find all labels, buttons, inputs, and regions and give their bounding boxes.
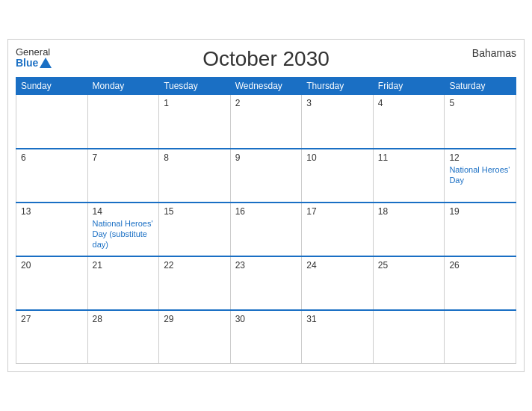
day-number: 13 [21, 206, 83, 217]
calendar-cell: 28 [87, 310, 159, 364]
calendar-cell: 17 [302, 203, 374, 256]
calendar-cell: 25 [373, 256, 445, 310]
logo: General Blue [16, 47, 52, 69]
calendar-week-row: 6789101112National Heroes' Day [16, 149, 516, 203]
calendar-cell: 26 [445, 256, 516, 310]
day-number: 22 [164, 260, 226, 271]
day-number: 31 [306, 314, 368, 324]
day-number: 3 [306, 98, 368, 108]
day-number: 17 [306, 206, 368, 217]
calendar-cell: 20 [16, 256, 88, 310]
calendar-cell: 27 [16, 310, 88, 364]
header-sunday: Sunday [16, 78, 88, 95]
day-number: 12 [449, 152, 511, 163]
calendar-cell: 8 [159, 149, 231, 203]
calendar-header: General Blue October 2030 Bahamas [16, 47, 516, 71]
calendar-cell: 1 [159, 95, 231, 149]
header-wednesday: Wednesday [230, 78, 302, 95]
day-number: 29 [164, 314, 226, 324]
day-number: 11 [378, 152, 440, 163]
day-number: 8 [164, 152, 226, 163]
day-number: 23 [235, 260, 297, 271]
calendar-cell: 5 [445, 95, 516, 149]
day-number: 5 [449, 98, 511, 108]
logo-blue-text: Blue [16, 58, 52, 69]
day-number: 25 [378, 260, 440, 271]
calendar-cell: 3 [302, 95, 374, 149]
calendar-cell: 2 [230, 95, 302, 149]
day-number: 28 [93, 314, 155, 324]
calendar-cell [445, 310, 516, 364]
calendar-week-row: 1314National Heroes' Day (substitute day… [16, 203, 516, 256]
logo-general-text: General [16, 47, 50, 58]
day-number: 19 [449, 206, 511, 217]
day-number: 4 [378, 98, 440, 108]
calendar-cell: 10 [302, 149, 374, 203]
day-number: 20 [21, 260, 83, 271]
day-number: 7 [93, 152, 155, 163]
event-text: National Heroes' Day (substitute day) [93, 219, 153, 250]
calendar-cell: 23 [230, 256, 302, 310]
calendar-cell: 9 [230, 149, 302, 203]
day-number: 21 [93, 260, 155, 271]
calendar-cell: 21 [87, 256, 159, 310]
calendar-cell: 22 [159, 256, 231, 310]
calendar-container: General Blue October 2030 Bahamas Sunday… [7, 39, 525, 372]
header-monday: Monday [87, 78, 159, 95]
calendar-cell: 6 [16, 149, 88, 203]
calendar-cell [87, 95, 159, 149]
calendar-title: October 2030 [202, 47, 330, 71]
logo-triangle-icon [40, 58, 52, 68]
day-number: 14 [93, 206, 155, 217]
day-number: 30 [235, 314, 297, 324]
weekday-header-row: Sunday Monday Tuesday Wednesday Thursday… [16, 78, 516, 95]
day-number: 2 [235, 98, 297, 108]
header-friday: Friday [373, 78, 445, 95]
calendar-cell [16, 95, 88, 149]
calendar-cell: 4 [373, 95, 445, 149]
calendar-cell: 11 [373, 149, 445, 203]
header-thursday: Thursday [302, 78, 374, 95]
calendar-week-row: 2728293031 [16, 310, 516, 364]
calendar-cell: 19 [445, 203, 516, 256]
day-number: 24 [306, 260, 368, 271]
event-text: National Heroes' Day [449, 165, 510, 185]
calendar-cell: 13 [16, 203, 88, 256]
day-number: 16 [235, 206, 297, 217]
day-number: 10 [306, 152, 368, 163]
day-number: 15 [164, 206, 226, 217]
day-number: 27 [21, 314, 83, 324]
day-number: 1 [164, 98, 226, 108]
calendar-cell [373, 310, 445, 364]
calendar-week-row: 12345 [16, 95, 516, 149]
day-number: 26 [449, 260, 511, 271]
calendar-cell: 12National Heroes' Day [445, 149, 516, 203]
calendar-cell: 31 [302, 310, 374, 364]
calendar-cell: 14National Heroes' Day (substitute day) [87, 203, 159, 256]
country-label: Bahamas [472, 47, 516, 59]
calendar-cell: 29 [159, 310, 231, 364]
calendar-cell: 18 [373, 203, 445, 256]
calendar-cell: 15 [159, 203, 231, 256]
calendar-cell: 30 [230, 310, 302, 364]
header-saturday: Saturday [445, 78, 516, 95]
calendar-week-row: 20212223242526 [16, 256, 516, 310]
calendar-grid: Sunday Monday Tuesday Wednesday Thursday… [16, 77, 516, 364]
day-number: 18 [378, 206, 440, 217]
calendar-cell: 7 [87, 149, 159, 203]
header-tuesday: Tuesday [159, 78, 231, 95]
day-number: 9 [235, 152, 297, 163]
day-number: 6 [21, 152, 83, 163]
calendar-cell: 16 [230, 203, 302, 256]
calendar-cell: 24 [302, 256, 374, 310]
